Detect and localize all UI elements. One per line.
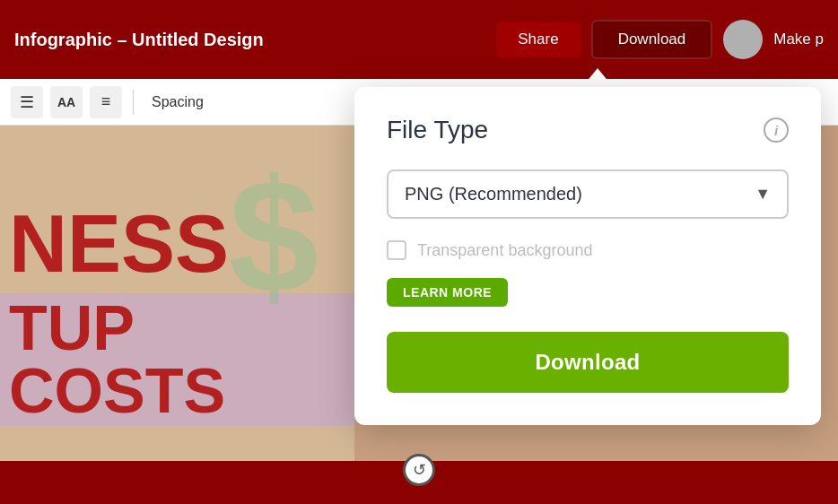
- canvas-content: $ NESS TUP COSTS: [0, 126, 354, 504]
- popup-header: File Type i: [387, 116, 789, 144]
- spacing-label[interactable]: Spacing: [144, 94, 211, 110]
- toolbar-divider: [133, 90, 134, 115]
- font-size-icon[interactable]: AA: [50, 86, 83, 118]
- transparent-bg-row: Transparent background: [387, 240, 789, 260]
- transparent-bg-label: Transparent background: [417, 241, 592, 260]
- info-icon[interactable]: i: [764, 117, 789, 143]
- avatar[interactable]: [723, 20, 763, 59]
- file-type-selected: PNG (Recommended): [405, 184, 582, 204]
- download-main-button[interactable]: Download: [387, 332, 789, 393]
- rotate-icon[interactable]: ↺: [403, 454, 435, 486]
- popup-title: File Type: [387, 116, 488, 144]
- list-icon[interactable]: ≡: [90, 86, 122, 118]
- top-bar: Infographic – Untitled Design Share Down…: [0, 0, 838, 79]
- chevron-down-icon: ▼: [755, 185, 771, 204]
- make-premium-text: Make p: [773, 30, 824, 48]
- app-title: Infographic – Untitled Design: [14, 30, 485, 50]
- learn-more-button[interactable]: LEARN MORE: [387, 278, 508, 307]
- hamburger-icon[interactable]: ☰: [11, 86, 43, 118]
- download-header-button[interactable]: Download: [591, 20, 713, 59]
- transparent-bg-checkbox[interactable]: [387, 240, 406, 260]
- file-type-dropdown[interactable]: PNG (Recommended) ▼: [387, 169, 789, 219]
- download-popup: File Type i PNG (Recommended) ▼ Transpar…: [354, 87, 821, 425]
- share-button[interactable]: Share: [496, 22, 580, 57]
- dollar-sign: $: [229, 143, 319, 329]
